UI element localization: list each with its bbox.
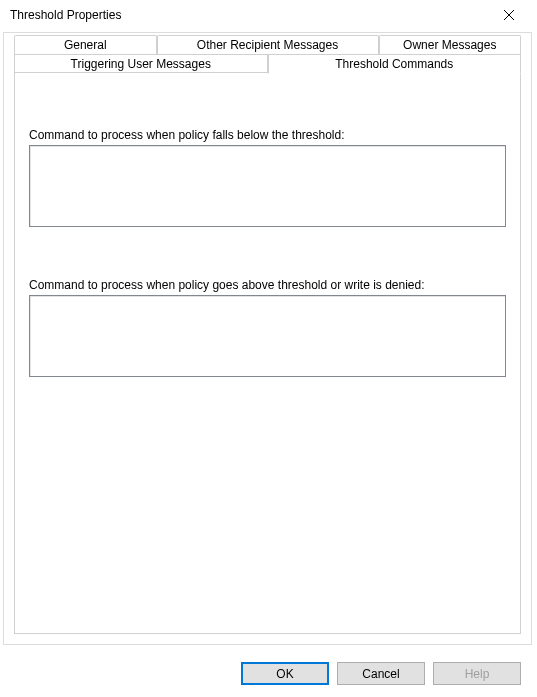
field-group-below: Command to process when policy falls bel… xyxy=(29,128,506,230)
label-command-above: Command to process when policy goes abov… xyxy=(29,278,506,292)
tab-threshold-commands[interactable]: Threshold Commands xyxy=(268,54,522,74)
tab-row-2: Triggering User Messages Threshold Comma… xyxy=(14,54,521,73)
label-command-below: Command to process when policy falls bel… xyxy=(29,128,506,142)
dialog-body: General Other Recipient Messages Owner M… xyxy=(3,32,532,645)
titlebar: Threshold Properties xyxy=(0,0,537,30)
tab-general[interactable]: General xyxy=(14,35,157,54)
textarea-command-below[interactable] xyxy=(29,145,506,227)
cancel-button[interactable]: Cancel xyxy=(337,662,425,685)
tab-triggering-user-messages[interactable]: Triggering User Messages xyxy=(14,54,268,73)
textarea-command-above[interactable] xyxy=(29,295,506,377)
ok-button[interactable]: OK xyxy=(241,662,329,685)
tab-panel-threshold-commands: Command to process when policy falls bel… xyxy=(14,72,521,634)
field-group-above: Command to process when policy goes abov… xyxy=(29,278,506,380)
tab-row-1: General Other Recipient Messages Owner M… xyxy=(14,35,521,54)
help-button: Help xyxy=(433,662,521,685)
tab-owner-messages[interactable]: Owner Messages xyxy=(379,35,522,54)
window-title: Threshold Properties xyxy=(10,8,121,22)
tab-strip: General Other Recipient Messages Owner M… xyxy=(4,33,531,73)
close-icon xyxy=(504,10,514,20)
tab-other-recipient-messages[interactable]: Other Recipient Messages xyxy=(157,35,379,54)
close-button[interactable] xyxy=(489,1,529,29)
button-row: OK Cancel Help xyxy=(241,662,521,685)
